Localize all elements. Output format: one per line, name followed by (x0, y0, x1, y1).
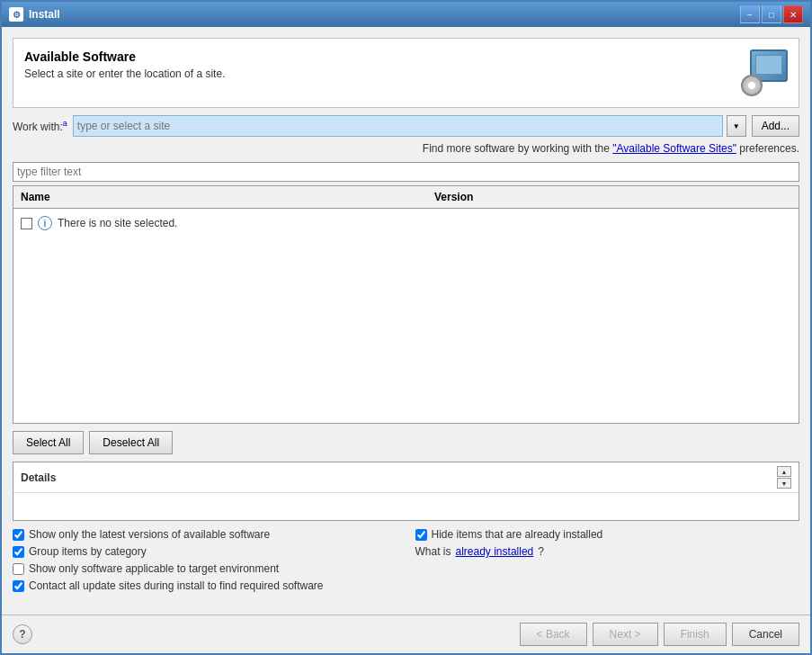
header-section: Available Software Select a site or ente… (13, 38, 799, 108)
maximize-button[interactable]: □ (762, 5, 781, 23)
two-col-checkboxes: Show only the latest versions of availab… (13, 528, 799, 597)
what-is-installed-row: What is already installed? (415, 545, 800, 558)
no-site-row: i There is no site selected. (13, 212, 799, 234)
group-by-category-row: Group items by category (13, 545, 397, 558)
latest-versions-checkbox[interactable] (13, 529, 24, 541)
contact-update-sites-label: Contact all update sites during install … (29, 579, 324, 592)
details-header: Details ▲ ▼ (13, 462, 799, 493)
hide-installed-label: Hide items that are already installed (432, 528, 603, 541)
hide-installed-checkbox[interactable] (415, 529, 427, 541)
monitor-screen (755, 55, 782, 75)
titlebar-icon: ⚙ (9, 7, 23, 22)
col-right-checkboxes: Hide items that are already installed Wh… (415, 528, 800, 597)
deselect-all-button[interactable]: Deselect All (89, 431, 173, 454)
col-header-name: Name (13, 189, 427, 205)
what-is-installed-suffix: ? (538, 545, 544, 558)
filter-input[interactable] (13, 162, 799, 182)
contact-update-sites-checkbox[interactable] (13, 580, 24, 592)
help-button[interactable]: ? (13, 624, 32, 644)
col-left-checkboxes: Show only the latest versions of availab… (13, 528, 397, 597)
no-site-text: There is no site selected. (58, 217, 177, 229)
minimize-button[interactable]: − (740, 5, 760, 23)
checkboxes-section: Show only the latest versions of availab… (13, 528, 799, 597)
titlebar: ⚙ Install − □ ✕ (2, 2, 810, 27)
cancel-button[interactable]: Cancel (732, 623, 799, 646)
finish-button[interactable]: Finish (664, 623, 727, 646)
what-is-installed-prefix: What is (415, 545, 451, 558)
table-header: Name Version (13, 186, 799, 209)
close-button[interactable]: ✕ (783, 5, 803, 23)
show-applicable-row: Show only software applicable to target … (13, 562, 397, 575)
scroll-down-button[interactable]: ▼ (777, 478, 791, 489)
scroll-up-button[interactable]: ▲ (777, 466, 791, 477)
select-all-button[interactable]: Select All (13, 431, 84, 454)
page-title: Available Software (24, 49, 225, 64)
next-button[interactable]: Next > (593, 623, 658, 646)
hide-installed-row: Hide items that are already installed (415, 528, 800, 541)
work-with-row: Work with:a ▼ Add... (13, 115, 799, 137)
contact-update-sites-row: Contact all update sites during install … (13, 579, 397, 592)
cd-icon (741, 75, 763, 96)
main-content: Available Software Select a site or ente… (2, 27, 810, 615)
latest-versions-label: Show only the latest versions of availab… (29, 528, 270, 541)
details-body (13, 493, 799, 520)
site-input[interactable] (73, 115, 723, 137)
header-text: Available Software Select a site or ente… (24, 49, 225, 80)
add-button[interactable]: Add... (752, 115, 799, 137)
already-installed-link[interactable]: already installed (456, 545, 534, 558)
details-scroll-controls: ▲ ▼ (777, 466, 791, 489)
work-with-label: Work with:a (13, 119, 67, 133)
details-section: Details ▲ ▼ (13, 462, 799, 521)
latest-versions-row: Show only the latest versions of availab… (13, 528, 397, 541)
available-software-sites-link[interactable]: "Available Software Sites" (612, 142, 736, 155)
footer-buttons: < Back Next > Finish Cancel (520, 623, 799, 646)
group-by-category-checkbox[interactable] (13, 546, 24, 558)
install-dialog: ⚙ Install − □ ✕ Available Software Selec… (0, 0, 812, 655)
col-header-version: Version (427, 189, 799, 205)
filter-row (13, 162, 799, 182)
find-more-row: Find more software by working with the "… (13, 142, 799, 155)
header-icon-area (741, 49, 788, 96)
footer: ? < Back Next > Finish Cancel (2, 615, 810, 653)
site-input-wrapper: ▼ (73, 115, 746, 137)
show-applicable-checkbox[interactable] (13, 563, 24, 575)
find-more-suffix: preferences. (736, 142, 799, 155)
back-button[interactable]: < Back (520, 623, 587, 646)
titlebar-controls: − □ ✕ (740, 5, 803, 23)
no-site-checkbox[interactable] (21, 218, 32, 229)
show-applicable-label: Show only software applicable to target … (29, 562, 279, 575)
details-label: Details (21, 471, 56, 484)
software-table: Name Version i There is no site selected… (13, 185, 799, 424)
info-icon: i (38, 216, 52, 230)
selection-buttons-row: Select All Deselect All (13, 431, 799, 454)
find-more-prefix: Find more software by working with the (423, 142, 612, 155)
page-subtitle: Select a site or enter the location of a… (24, 67, 225, 80)
site-dropdown-button[interactable]: ▼ (727, 115, 746, 137)
table-body: i There is no site selected. (13, 209, 799, 423)
group-by-category-label: Group items by category (29, 545, 147, 558)
titlebar-title: Install (29, 8, 60, 21)
